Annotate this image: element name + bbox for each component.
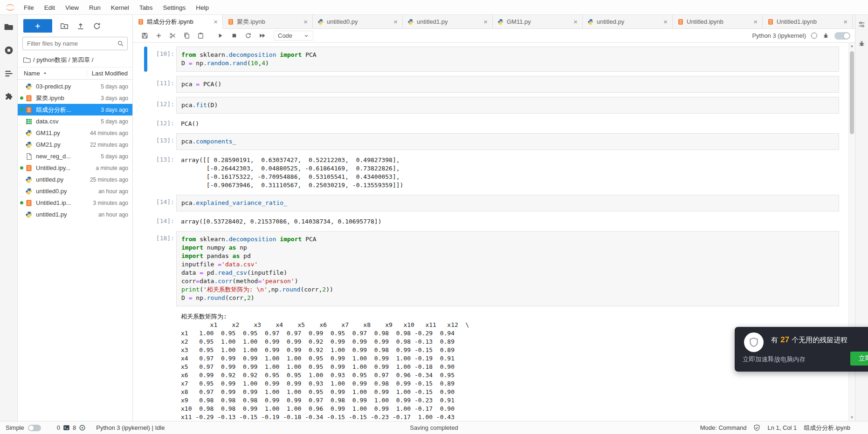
restart-run-all-icon[interactable] — [256, 30, 269, 41]
filter-files-input[interactable] — [22, 37, 128, 50]
cell-editor[interactable]: pca.explained_variance_ratio_ — [176, 195, 839, 211]
cell-collapser[interactable] — [144, 154, 147, 190]
debugger-sidebar-icon[interactable] — [858, 40, 866, 47]
extensions-icon[interactable] — [4, 92, 14, 102]
mode-indicator[interactable]: Mode: Command — [700, 424, 747, 431]
file-row[interactable]: untitled1.pyan hour ago — [18, 209, 132, 220]
code-cell[interactable]: [18]:from sklearn.decomposition import P… — [144, 231, 839, 306]
column-name-label[interactable]: Name — [24, 70, 40, 77]
tab-close-icon[interactable]: × — [392, 18, 399, 26]
breadcrumb-path[interactable]: / python数据 / 第四章 / — [33, 56, 93, 64]
simple-mode-toggle[interactable] — [28, 425, 41, 431]
tab-close-icon[interactable]: × — [482, 18, 489, 26]
file-row[interactable]: untitled.py25 minutes ago — [18, 174, 132, 185]
cell-editor[interactable]: from sklearn.decomposition import PCAD =… — [176, 47, 839, 72]
tab-close-icon[interactable]: × — [572, 18, 579, 26]
file-row[interactable]: Untitled.ipy...a minute ago — [18, 162, 132, 174]
upload-icon[interactable] — [76, 22, 85, 30]
folder-icon[interactable] — [4, 22, 14, 32]
cell-type-dropdown[interactable]: Code — [274, 31, 313, 41]
code-cell[interactable]: [10]:from sklearn.decomposition import P… — [144, 47, 839, 72]
code-cell[interactable]: [13]:pca.components_ — [144, 133, 839, 150]
kernel-name-label[interactable]: Python 3 (ipykernel) — [752, 32, 806, 39]
cell-collapser[interactable] — [144, 97, 147, 114]
code-cell[interactable]: [11]:pca = PCA() — [144, 76, 839, 93]
tab-close-icon[interactable]: × — [752, 18, 759, 26]
interrupt-kernel-icon[interactable] — [228, 30, 241, 41]
cell-editor[interactable]: pca.fit(D) — [176, 97, 839, 114]
file-row[interactable]: data.csv5 days ago — [18, 115, 132, 127]
cell-collapser[interactable] — [144, 76, 147, 93]
paste-cell-icon[interactable] — [194, 30, 207, 41]
copy-cell-icon[interactable] — [180, 30, 193, 41]
sort-ascending-icon[interactable] — [42, 71, 48, 76]
cell-collapser[interactable] — [144, 133, 147, 150]
tab[interactable]: 组成分分析.ipynb× — [133, 15, 223, 28]
scrollbar-thumb[interactable] — [850, 51, 854, 134]
cursor-position-label[interactable]: Ln 1, Col 1 — [767, 424, 797, 431]
code-cell[interactable]: [12]:pca.fit(D) — [144, 97, 839, 114]
run-cell-icon[interactable] — [214, 30, 227, 41]
file-row[interactable]: 组成分分析...3 days ago — [18, 104, 132, 115]
file-row[interactable]: new_reg_d...5 days ago — [18, 150, 132, 162]
debugger-icon[interactable] — [822, 32, 829, 39]
cell-collapser[interactable] — [144, 118, 147, 129]
table-of-contents-icon[interactable] — [4, 69, 14, 78]
menu-edit[interactable]: Edit — [39, 0, 60, 15]
tab[interactable]: Untitled.ipynb× — [673, 15, 763, 28]
file-row[interactable]: untitled0.pyan hour ago — [18, 185, 132, 197]
output-cell[interactable]: [13]:array([[ 0.28590191, 0.63037427, 0.… — [144, 154, 839, 190]
tab-close-icon[interactable]: × — [842, 18, 849, 26]
output-cell[interactable]: [12]:PCA() — [144, 118, 839, 129]
output-cell[interactable]: [14]:array([0.53728402, 0.21537086, 0.14… — [144, 216, 839, 227]
file-row[interactable]: GM11.py44 minutes ago — [18, 127, 132, 139]
cut-cell-icon[interactable] — [166, 30, 179, 41]
cell-editor[interactable]: pca.components_ — [176, 133, 839, 150]
menu-run[interactable]: Run — [84, 0, 106, 15]
cell-editor[interactable]: pca = PCA() — [176, 76, 839, 93]
toolbar-toggle[interactable] — [834, 32, 850, 40]
tab[interactable]: 聚类.ipynb× — [223, 15, 313, 28]
column-modified-label[interactable]: Last Modified — [87, 70, 128, 77]
tab[interactable]: untitled.py× — [583, 15, 673, 28]
property-inspector-icon[interactable] — [858, 20, 866, 28]
kernel-status-label[interactable]: Python 3 (ipykernel) | Idle — [96, 424, 165, 431]
menu-view[interactable]: View — [60, 0, 84, 15]
restart-kernel-icon[interactable] — [242, 30, 255, 41]
menu-settings[interactable]: Settings — [158, 0, 191, 15]
tab[interactable]: untitled0.py× — [313, 15, 403, 28]
cell-collapser[interactable] — [144, 216, 147, 227]
session-counts[interactable]: 0 8 — [57, 424, 86, 431]
cell-collapser[interactable] — [144, 195, 147, 211]
cell-collapser[interactable] — [144, 231, 147, 306]
new-folder-icon[interactable] — [60, 22, 69, 30]
tab-close-icon[interactable]: × — [662, 18, 669, 26]
tab[interactable]: Untitled1.ipynb× — [763, 15, 853, 28]
file-row[interactable]: GM21.py22 minutes ago — [18, 139, 132, 150]
add-cell-icon[interactable] — [152, 30, 165, 41]
file-row[interactable]: 聚类.ipynb3 days ago — [18, 92, 132, 104]
menu-tabs[interactable]: Tabs — [134, 0, 158, 15]
save-icon[interactable] — [138, 30, 151, 41]
refresh-icon[interactable] — [93, 22, 101, 30]
menu-help[interactable]: Help — [191, 0, 214, 15]
file-row[interactable]: Untitled1.ip...3 minutes ago — [18, 197, 132, 209]
home-folder-icon[interactable] — [23, 56, 31, 64]
tab-close-icon[interactable]: × — [302, 18, 309, 26]
speed-up-button[interactable]: 立即加速 — [850, 352, 868, 366]
tab[interactable]: GM11.py× — [493, 15, 583, 28]
tab[interactable]: untitled1.py× — [403, 15, 493, 28]
running-sessions-icon[interactable] — [4, 46, 14, 55]
scroll-up-icon[interactable]: ▲ — [849, 43, 855, 49]
cell-editor[interactable]: from sklearn.decomposition import PCAimp… — [176, 231, 839, 306]
file-row[interactable]: 03-predict.py5 days ago — [18, 81, 132, 92]
breadcrumb[interactable]: / python数据 / 第四章 / — [18, 53, 132, 67]
code-cell[interactable]: [14]:pca.explained_variance_ratio_ — [144, 195, 839, 211]
menu-kernel[interactable]: Kernel — [106, 0, 134, 15]
tab-close-icon[interactable]: × — [212, 18, 219, 26]
new-launcher-button[interactable] — [23, 19, 52, 33]
cell-collapser[interactable] — [144, 47, 147, 72]
scroll-down-icon[interactable]: ▼ — [849, 414, 855, 421]
menu-file[interactable]: File — [19, 0, 39, 15]
cell-collapser[interactable] — [144, 311, 147, 421]
